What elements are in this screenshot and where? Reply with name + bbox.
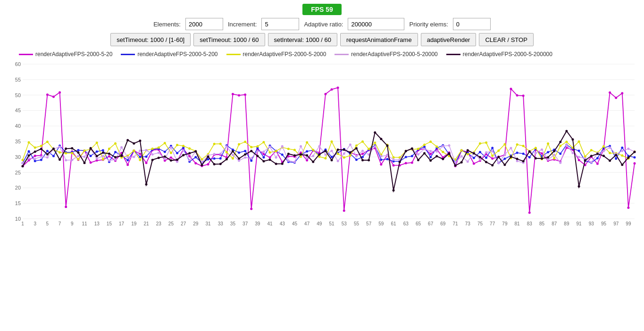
adaptive-render-button[interactable]: adaptiveRender: [421, 33, 477, 46]
increment-label: Increment:: [228, 21, 257, 28]
clear-stop-button[interactable]: CLEAR / STOP: [479, 33, 533, 46]
legend-label: renderAdaptiveFPS-2000-5-20000: [351, 51, 437, 58]
legend-item: renderAdaptiveFPS-2000-5-200: [121, 51, 217, 58]
settimeout-60-button[interactable]: setTimeout: 1000 / 60: [193, 33, 265, 46]
legend-item: renderAdaptiveFPS-2000-5-20: [19, 51, 112, 58]
settimeout-variable-button[interactable]: setTimeout: 1000 / [1-60]: [110, 33, 191, 46]
legend-item: renderAdaptiveFPS-2000-5-2000: [226, 51, 326, 58]
legend: renderAdaptiveFPS-2000-5-20renderAdaptiv…: [19, 51, 625, 58]
legend-color-swatch: [226, 54, 241, 55]
legend-color-swatch: [121, 54, 135, 55]
legend-label: renderAdaptiveFPS-2000-5-200: [137, 51, 217, 58]
legend-item: renderAdaptiveFPS-2000-5-20000: [335, 51, 437, 58]
legend-color-swatch: [446, 54, 460, 55]
adaptive-ratio-input[interactable]: [348, 18, 404, 30]
setinterval-60-button[interactable]: setInterval: 1000 / 60: [268, 33, 337, 46]
chart-container: [5, 59, 639, 239]
elements-label: Elements:: [153, 21, 181, 28]
legend-label: renderAdaptiveFPS-2000-5-20: [35, 51, 112, 58]
chart-canvas: [5, 59, 639, 234]
fps-value: FPS 59: [302, 4, 342, 15]
adaptive-ratio-label: Adaptive ratio:: [304, 21, 343, 28]
increment-input[interactable]: [261, 18, 299, 30]
legend-item: renderAdaptiveFPS-2000-5-200000: [446, 51, 552, 58]
legend-color-swatch: [19, 54, 33, 55]
priority-elems-label: Priority elems:: [409, 21, 448, 28]
controls-row2: setTimeout: 1000 / [1-60] setTimeout: 10…: [0, 33, 644, 46]
raf-button[interactable]: requestAnimationFrame: [340, 33, 418, 46]
controls-row1: Elements: Increment: Adaptive ratio: Pri…: [0, 18, 644, 30]
fps-badge: FPS 59: [0, 4, 644, 15]
legend-color-swatch: [335, 54, 349, 55]
legend-label: renderAdaptiveFPS-2000-5-2000: [243, 51, 326, 58]
legend-label: renderAdaptiveFPS-2000-5-200000: [463, 51, 552, 58]
priority-elems-input[interactable]: [453, 18, 491, 30]
elements-input[interactable]: [185, 18, 223, 30]
